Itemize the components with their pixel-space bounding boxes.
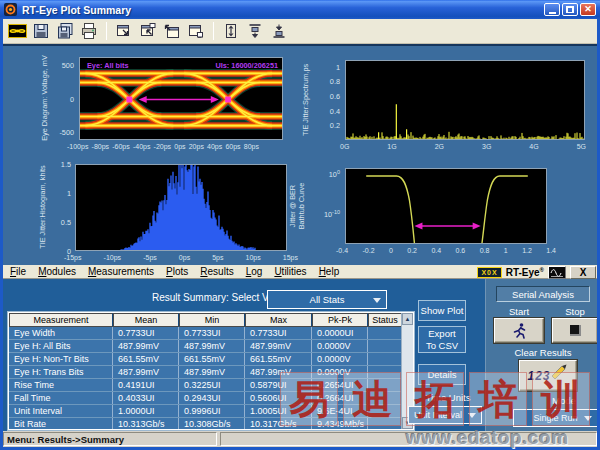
menu-item-utilities[interactable]: Utilities — [268, 266, 312, 277]
menu-bar: FileModulesMeasurementsPlotsResultsLogUt… — [0, 265, 600, 279]
x-tick-label: 3G — [482, 143, 491, 150]
result-summary-label: Result Summary: Select View — [152, 292, 284, 303]
save-all-icon[interactable] — [54, 20, 76, 42]
x-tick-label: 0ps — [174, 143, 185, 150]
x-tick-label: 2G — [435, 143, 444, 150]
minimize-button[interactable] — [544, 3, 560, 16]
column-header-max[interactable]: Max — [245, 313, 312, 327]
table-row[interactable]: Eye Width0.7733UI0.7733UI0.7733UI0.0000U… — [9, 327, 413, 340]
column-header-min[interactable]: Min — [179, 313, 245, 327]
x-tick-label: 1 — [504, 247, 508, 254]
x-tick-label: 0 — [389, 247, 393, 254]
x-tick-label: -20ps — [154, 143, 172, 150]
maximize-button[interactable] — [562, 3, 578, 16]
y-tick-label: 100 — [329, 169, 340, 179]
plot-window-3-icon[interactable] — [161, 20, 183, 42]
plot-window-1-icon[interactable] — [113, 20, 135, 42]
x-tick-label: 0.8 — [480, 247, 490, 254]
measurement-value: 1.0005UI — [245, 405, 312, 417]
jitter-histogram-plot — [75, 164, 287, 251]
plot-window-2-icon[interactable] — [137, 20, 159, 42]
x-tick-label: -80ps — [92, 143, 110, 150]
measurement-value: 487.99mV — [113, 366, 179, 378]
plot-window-4-icon[interactable] — [185, 20, 207, 42]
measurement-value: 0.4191UI — [113, 379, 179, 391]
scroll-up-icon[interactable]: ▲ — [402, 313, 413, 325]
export-to-csv-button[interactable]: ExportTo CSV — [418, 326, 466, 353]
results-panel: Result Summary: Select View All Stats Me… — [0, 279, 600, 431]
column-header-pk-pk[interactable]: Pk-Pk — [312, 313, 368, 327]
pencil-icon — [547, 363, 569, 383]
y-tick-label: 10-10 — [324, 209, 340, 219]
menu-item-measurements[interactable]: Measurements — [82, 266, 160, 277]
table-row[interactable]: Unit Interval1.0000UI0.9996UI1.0005UI9.6… — [9, 405, 413, 418]
y-tick-label: -500 — [59, 128, 74, 137]
clear-results-button[interactable]: 123 — [519, 360, 577, 391]
measurement-value: 0.0000V — [312, 366, 368, 378]
menu-item-results[interactable]: Results — [194, 266, 239, 277]
app-icon — [4, 3, 17, 16]
serial-analysis-title: Serial Analysis — [496, 286, 590, 302]
histogram-x-ticks: -15ps-10ps-5ps0ps5ps10ps15ps — [64, 254, 298, 261]
stop-button[interactable] — [552, 318, 598, 343]
y-tick-label: 1 — [67, 189, 71, 198]
table-row[interactable]: Bit Rate10.313Gb/s10.308Gb/s10.317Gb/s9.… — [9, 418, 413, 431]
menu-item-file[interactable]: File — [4, 266, 32, 277]
align-bottom-icon[interactable] — [268, 20, 290, 42]
start-button[interactable] — [494, 318, 544, 343]
details-button[interactable]: Details — [418, 364, 466, 385]
x-tick-label: 4G — [529, 143, 538, 150]
table-row[interactable]: Eye H: All Bits487.99mV487.99mV487.99mV0… — [9, 340, 413, 353]
fit-vertical-icon[interactable] — [220, 20, 242, 42]
x-tick-label: 5ps — [212, 254, 223, 261]
measurement-name: Fall Time — [9, 392, 113, 404]
plot-panel: Eye Diagram: Voltage, mV 5000-500 Eye: A… — [0, 44, 600, 265]
x-tick-label: 0G — [340, 143, 349, 150]
close-button[interactable]: ✕ — [580, 3, 596, 16]
y-tick-label: 1 — [336, 63, 340, 72]
histogram-y-axis-label: TIE Jitter:Histogram, khits — [39, 165, 48, 249]
x-tick-label: 0.2 — [407, 247, 417, 254]
align-top-icon[interactable] — [244, 20, 266, 42]
table-row[interactable]: Fall Time0.4033UI0.2943UI0.5606UI0.2664U… — [9, 392, 413, 405]
view-select-dropdown[interactable]: All Stats — [267, 290, 387, 309]
table-row[interactable]: Rise Time0.4191UI0.3225UI0.5879UI0.2654U… — [9, 379, 413, 392]
eye-diagram-plot: Eye: All bits UIs: 16000/206251 — [79, 57, 283, 140]
measurement-value: 1.0000UI — [113, 405, 179, 417]
time-units-dropdown[interactable]: Unit Interval — [408, 406, 482, 424]
rt-eye-icon[interactable] — [6, 20, 28, 42]
show-plot-button[interactable]: Show Plot — [418, 300, 466, 321]
column-header-status[interactable]: Status — [368, 313, 401, 327]
mode-dropdown[interactable]: Single Run — [513, 409, 598, 427]
app-close-button[interactable]: X — [570, 266, 596, 279]
measurement-value: 0.2943UI — [179, 392, 245, 404]
waveform-monitor-button[interactable] — [548, 266, 566, 279]
measurement-value: 0.9996UI — [179, 405, 245, 417]
menu-item-modules[interactable]: Modules — [32, 266, 82, 277]
measurement-value: 487.99mV — [245, 366, 312, 378]
measurement-value — [368, 418, 401, 430]
x-tick-label: -5ps — [143, 254, 157, 261]
measurement-value — [368, 405, 401, 417]
eye-y-ticks: 5000-500 — [54, 57, 76, 140]
title-bar[interactable]: RT-Eye Plot Summary ✕ — [0, 0, 600, 19]
measurement-name: Rise Time — [9, 379, 113, 391]
column-header-mean[interactable]: Mean — [113, 313, 179, 327]
minimize-icon — [549, 12, 556, 14]
x-tick-label: 0.6 — [456, 247, 466, 254]
menu-item-log[interactable]: Log — [240, 266, 269, 277]
menu-item-help[interactable]: Help — [313, 266, 346, 277]
save-icon[interactable] — [30, 20, 52, 42]
table-row[interactable]: Eye H: Non-Tr Bits661.55mV661.55mV661.55… — [9, 353, 413, 366]
column-header-measurement[interactable]: Measurement — [9, 313, 113, 327]
x-tick-label: -60ps — [112, 143, 130, 150]
table-row[interactable]: Eye H: Trans Bits487.99mV487.99mV487.99m… — [9, 366, 413, 379]
eye-y-axis-label: Eye Diagram: Voltage, mV — [41, 55, 50, 141]
measurement-value: 0.0000V — [312, 340, 368, 352]
print-icon[interactable] — [78, 20, 100, 42]
window-title: RT-Eye Plot Summary — [22, 4, 542, 16]
measurement-name: Eye H: Non-Tr Bits — [9, 353, 113, 365]
runner-icon — [511, 322, 527, 339]
menu-item-plots[interactable]: Plots — [160, 266, 194, 277]
measurement-name: Eye H: All Bits — [9, 340, 113, 352]
